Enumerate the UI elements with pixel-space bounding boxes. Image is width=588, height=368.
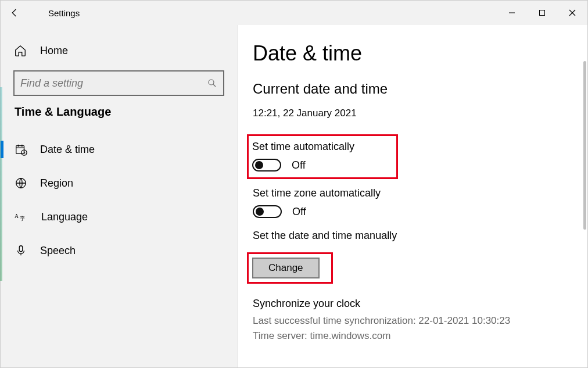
vertical-scrollbar[interactable] — [583, 61, 586, 230]
titlebar: Settings — [1, 1, 587, 25]
search-input[interactable] — [20, 77, 207, 90]
sync-server-line: Time server: time.windows.com — [253, 328, 576, 344]
sidebar-item-label: Region — [40, 177, 73, 190]
svg-rect-14 — [19, 246, 23, 252]
sidebar-section-title: Time & Language — [15, 105, 224, 119]
sidebar-item-label: Speech — [40, 245, 76, 257]
sidebar: Home Time & Language Date & time — [1, 25, 238, 367]
svg-point-4 — [209, 80, 214, 85]
set-timezone-auto-toggle[interactable] — [253, 205, 282, 218]
sidebar-item-date-time[interactable]: Date & time — [15, 133, 224, 166]
sidebar-item-label: Date & time — [40, 144, 95, 156]
set-timezone-auto-label: Set time zone automatically — [253, 187, 576, 199]
close-icon — [569, 9, 576, 16]
set-time-auto-state: Off — [292, 159, 306, 172]
highlight-change-button: Change — [247, 252, 333, 284]
current-date-heading: Current date and time — [253, 81, 576, 97]
sidebar-home-label: Home — [40, 45, 68, 57]
sync-clock-heading: Synchronize your clock — [253, 298, 576, 310]
sidebar-home[interactable]: Home — [13, 35, 224, 66]
page-title: Date & time — [253, 41, 576, 66]
main-content: Date & time Current date and time 12:21,… — [238, 25, 587, 367]
decorative-edge — [0, 87, 2, 281]
maximize-icon — [539, 9, 546, 16]
set-time-auto-label: Set time automatically — [252, 141, 390, 153]
svg-rect-1 — [540, 10, 545, 16]
current-date-value: 12:21, 22 January 2021 — [253, 108, 576, 119]
back-button[interactable] — [1, 8, 28, 18]
minimize-button[interactable] — [497, 1, 527, 25]
sidebar-item-label: Language — [41, 211, 88, 223]
globe-icon — [15, 177, 27, 190]
close-button[interactable] — [557, 1, 587, 25]
microphone-icon — [15, 244, 27, 257]
highlight-set-time-auto: Set time automatically Off — [247, 134, 398, 179]
maximize-button[interactable] — [527, 1, 557, 25]
sidebar-item-language[interactable]: A字 Language — [15, 200, 224, 234]
sidebar-item-region[interactable]: Region — [15, 166, 224, 200]
sync-clock-section: Synchronize your clock Last successful t… — [253, 298, 576, 343]
minimize-icon — [508, 9, 515, 16]
svg-text:A: A — [15, 213, 19, 219]
change-button[interactable]: Change — [252, 258, 320, 278]
window-title: Settings — [28, 8, 80, 18]
set-timezone-auto-block: Set time zone automatically Off — [253, 187, 576, 218]
set-time-auto-toggle[interactable] — [252, 159, 281, 172]
set-timezone-auto-state: Off — [292, 206, 306, 218]
manual-set-label: Set the date and time manually — [253, 230, 576, 242]
manual-set-block: Set the date and time manually Change — [253, 230, 576, 284]
sidebar-item-speech[interactable]: Speech — [15, 234, 224, 267]
home-icon — [13, 44, 27, 57]
search-box[interactable] — [13, 70, 224, 96]
svg-text:字: 字 — [20, 216, 25, 221]
back-arrow-icon — [9, 8, 20, 18]
search-icon — [207, 78, 217, 88]
svg-rect-6 — [16, 146, 24, 154]
language-icon: A字 — [15, 211, 28, 223]
sync-last-line: Last successful time synchronization: 22… — [253, 313, 576, 328]
calendar-clock-icon — [15, 143, 27, 156]
settings-window: Settings Home — [0, 0, 588, 368]
svg-line-5 — [213, 84, 216, 87]
